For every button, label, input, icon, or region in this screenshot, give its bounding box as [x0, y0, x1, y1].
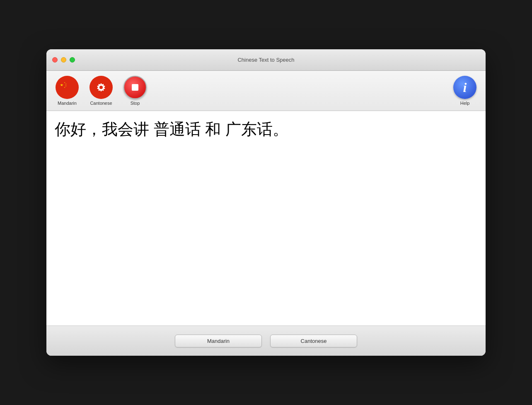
help-icon-letter: i — [463, 80, 467, 95]
svg-marker-0 — [60, 84, 63, 86]
cantonese-bottom-button[interactable]: Cantonese — [270, 335, 357, 347]
svg-marker-3 — [65, 85, 67, 87]
help-icon: i — [453, 76, 476, 99]
svg-point-10 — [99, 86, 103, 89]
cantonese-toolbar-label: Cantonese — [90, 101, 112, 106]
svg-marker-1 — [64, 82, 65, 83]
mandarin-toolbar-label: Mandarin — [58, 101, 77, 106]
cantonese-toolbar-button[interactable]: Cantonese — [86, 74, 116, 107]
traffic-lights — [52, 57, 75, 63]
app-window: Chinese Text to Speech Mandarin — [46, 49, 486, 356]
toolbar: Mandarin Cantonese — [46, 71, 486, 111]
mandarin-bottom-button[interactable]: Mandarin — [175, 335, 262, 347]
svg-rect-11 — [132, 84, 138, 91]
stop-toolbar-button[interactable]: Stop — [120, 74, 150, 107]
help-toolbar-label: Help — [460, 101, 470, 106]
hk-flag-icon — [89, 76, 113, 99]
mandarin-toolbar-button[interactable]: Mandarin — [52, 74, 82, 107]
china-flag-icon — [56, 76, 79, 99]
svg-marker-2 — [65, 83, 67, 84]
window-title: Chinese Text to Speech — [237, 57, 294, 63]
help-toolbar-button[interactable]: i Help — [450, 74, 480, 107]
text-area[interactable]: 你好，我会讲 普通话 和 广东话。 — [46, 111, 486, 326]
titlebar: Chinese Text to Speech — [46, 49, 486, 71]
minimize-button[interactable] — [61, 57, 66, 63]
stop-toolbar-label: Stop — [131, 101, 140, 106]
svg-marker-4 — [64, 87, 65, 88]
bottom-bar: Mandarin Cantonese — [46, 326, 486, 356]
chinese-text: 你好，我会讲 普通话 和 广东话。 — [55, 118, 477, 141]
maximize-button[interactable] — [70, 57, 75, 63]
stop-icon — [123, 76, 147, 99]
close-button[interactable] — [52, 57, 58, 63]
